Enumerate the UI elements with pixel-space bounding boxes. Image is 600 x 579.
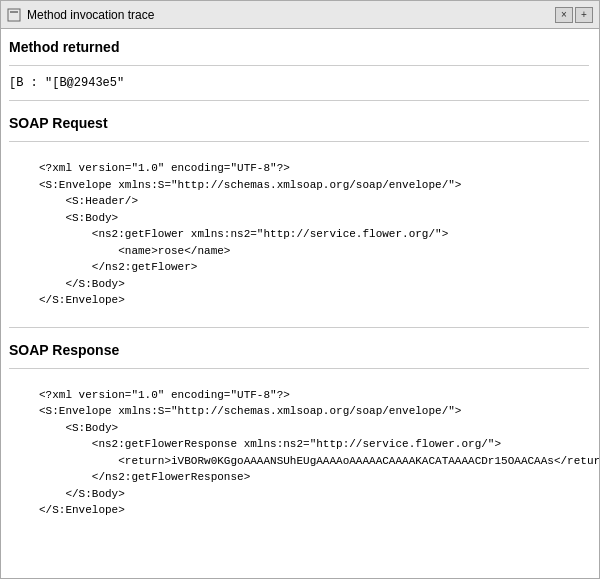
divider-5 [9,368,589,369]
divider-1 [9,65,589,66]
window: Method invocation trace × + Method retur… [0,0,600,579]
soap-request-title: SOAP Request [9,115,589,131]
close-button[interactable]: × [555,7,573,23]
window-title: Method invocation trace [27,8,553,22]
content-area: Method returned [B : "[B@2943e5" SOAP Re… [1,29,599,578]
divider-3 [9,141,589,142]
soap-response-title: SOAP Response [9,342,589,358]
method-returned-title: Method returned [9,39,589,55]
svg-rect-1 [10,11,18,13]
method-returned-value: [B : "[B@2943e5" [9,76,589,90]
window-icon [7,8,21,22]
title-bar: Method invocation trace × + [1,1,599,29]
pin-button[interactable]: + [575,7,593,23]
divider-4 [9,327,589,328]
soap-response-code: <?xml version="1.0" encoding="UTF-8"?> <… [9,379,589,527]
svg-rect-0 [8,9,20,21]
soap-request-code: <?xml version="1.0" encoding="UTF-8"?> <… [9,152,589,317]
divider-2 [9,100,589,101]
